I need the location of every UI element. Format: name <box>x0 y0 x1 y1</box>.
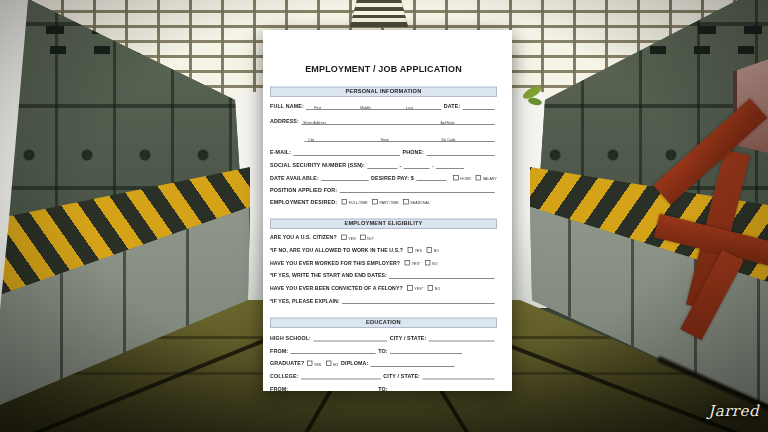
checkbox-worked-no[interactable] <box>425 260 430 265</box>
diploma-input-line[interactable] <box>371 361 455 367</box>
city-state-label: CITY / STATE: <box>390 335 427 341</box>
start-end-dates-label: *IF YES, WRITE THE START AND END DATES: <box>270 273 387 279</box>
ssn-dash: - <box>432 163 434 169</box>
high-school-row: HIGH SCHOOL: CITY / STATE: <box>270 333 497 341</box>
diploma-label: DIPLOMA: <box>341 361 368 367</box>
salary-option-label: SALARY <box>483 177 497 181</box>
checkbox-hs-graduate-yes[interactable] <box>307 361 312 366</box>
graduate-label: GRADUATE? <box>270 361 304 367</box>
allowed-to-work-question-row: *IF NO, ARE YOU ALLOWED TO WORK IN THE U… <box>270 245 497 253</box>
from-label: FROM: <box>270 348 288 354</box>
city-state-zip-row: City State Zip Code <box>302 134 497 142</box>
worked-before-question-label: HAVE YOU EVER WORKED FOR THIS EMPLOYER? <box>270 260 400 266</box>
to-label: TO: <box>378 348 387 354</box>
date-input-line[interactable] <box>463 104 495 110</box>
checkbox-felony-yes[interactable] <box>407 285 412 290</box>
citizen-question-row: ARE YOU A U.S. CITIZEN? YES NO* <box>270 233 497 241</box>
yes-option-label: YES* <box>414 287 423 291</box>
street-address-input-line[interactable]: Street Address Apt/Suite <box>301 119 494 125</box>
college-dates-row: FROM: TO: <box>270 384 497 391</box>
first-sublabel: First <box>314 105 321 109</box>
employment-desired-label: EMPLOYMENT DESIRED: <box>270 199 337 205</box>
state-sublabel: State <box>380 138 388 142</box>
position-input-line[interactable] <box>340 187 495 193</box>
section-header-label: PERSONAL INFORMATION <box>346 88 422 95</box>
from-label: FROM: <box>270 386 288 391</box>
no-option-label: NO <box>432 262 437 266</box>
checkbox-allowed-yes[interactable] <box>408 247 413 252</box>
email-input-line[interactable] <box>293 150 400 156</box>
desired-pay-input-line[interactable] <box>416 175 446 181</box>
checkbox-felony-no[interactable] <box>428 285 433 290</box>
employment-application-document[interactable]: EMPLOYMENT / JOB APPLICATION PERSONAL IN… <box>263 30 512 391</box>
checkbox-part-time[interactable] <box>372 199 377 204</box>
no-option-label: NO* <box>367 236 374 240</box>
college-from-input-line[interactable] <box>290 386 375 391</box>
high-school-label: HIGH SCHOOL: <box>270 335 311 341</box>
date-available-row: DATE AVAILABLE: DESIRED PAY: $ HOUR SALA… <box>270 173 497 181</box>
no-option-label: NO <box>434 249 439 253</box>
explain-label: *IF YES, PLEASE EXPLAIN: <box>270 298 340 304</box>
ceiling-center-beam-lights <box>350 0 408 27</box>
ssn-dash: - <box>400 163 402 169</box>
address-row: ADDRESS: Street Address Apt/Suite <box>270 117 497 125</box>
checkbox-citizen-no[interactable] <box>360 235 365 240</box>
employment-desired-row: EMPLOYMENT DESIRED: FULL-TIME PART-TIME … <box>270 197 497 205</box>
college-row: COLLEGE: CITY / STATE: <box>270 371 497 379</box>
high-school-to-input-line[interactable] <box>390 348 462 354</box>
yes-option-label: YES <box>314 362 321 366</box>
college-city-state-input-line[interactable] <box>422 374 494 380</box>
city-state-zip-input-line[interactable]: City State Zip Code <box>304 136 494 142</box>
college-label: COLLEGE: <box>270 373 299 379</box>
checkbox-seasonal[interactable] <box>403 199 408 204</box>
email-phone-row: E-MAIL: PHONE: <box>270 148 497 156</box>
high-school-from-input-line[interactable] <box>290 348 375 354</box>
checkbox-worked-yes[interactable] <box>405 260 410 265</box>
college-to-input-line[interactable] <box>390 386 462 391</box>
felony-question-label: HAVE YOU EVER BEEN CONVICTED OF A FELONY… <box>270 285 403 291</box>
yes-option-label: YES* <box>412 262 421 266</box>
explain-input-line[interactable] <box>342 298 495 304</box>
ssn-part1-input-line[interactable] <box>367 163 397 169</box>
date-available-input-line[interactable] <box>321 175 368 181</box>
college-input-line[interactable] <box>301 374 381 380</box>
start-end-dates-row: *IF YES, WRITE THE START AND END DATES: <box>270 271 497 279</box>
date-label: DATE: <box>444 104 461 110</box>
city-sublabel: City <box>308 138 314 142</box>
checkbox-salary[interactable] <box>476 175 481 180</box>
citizen-question-label: ARE YOU A U.S. CITIZEN? <box>270 235 337 241</box>
address-sublabel-spacer <box>270 125 497 130</box>
position-row: POSITION APPLIED FOR: <box>270 185 497 193</box>
section-header-label: EMPLOYMENT ELIGIBILITY <box>345 220 423 227</box>
checkbox-full-time[interactable] <box>342 199 347 204</box>
full-name-row: FULL NAME: First Middle Last DATE: <box>270 102 497 110</box>
high-school-graduate-row: GRADUATE? YES NO DIPLOMA: <box>270 359 497 367</box>
high-school-input-line[interactable] <box>313 336 387 342</box>
full-name-label: FULL NAME: <box>270 104 304 110</box>
yes-option-label: YES <box>415 249 422 253</box>
ssn-label: SOCIAL SECURITY NUMBER (SSN): <box>270 163 365 169</box>
checkbox-citizen-yes[interactable] <box>341 235 346 240</box>
start-end-dates-input-line[interactable] <box>389 273 495 279</box>
ssn-row: SOCIAL SECURITY NUMBER (SSN): - - <box>270 161 497 169</box>
ssn-part3-input-line[interactable] <box>436 163 464 169</box>
full-name-input-line[interactable]: First Middle Last <box>306 104 441 110</box>
ssn-part2-input-line[interactable] <box>404 163 430 169</box>
address-label: ADDRESS: <box>270 119 299 125</box>
phone-input-line[interactable] <box>426 150 494 156</box>
date-available-label: DATE AVAILABLE: <box>270 175 319 181</box>
checkbox-allowed-no[interactable] <box>427 247 432 252</box>
explain-row: *IF YES, PLEASE EXPLAIN: <box>270 296 497 304</box>
no-option-label: NO <box>435 287 440 291</box>
zip-sublabel: Zip Code <box>441 138 455 142</box>
section-header-personal-information: PERSONAL INFORMATION <box>270 87 497 97</box>
game-corridor-scene: EMPLOYMENT / JOB APPLICATION PERSONAL IN… <box>0 0 768 432</box>
checkbox-hs-graduate-no[interactable] <box>326 361 331 366</box>
section-header-label: EDUCATION <box>366 319 401 326</box>
full-time-option-label: FULL-TIME <box>349 201 368 205</box>
high-school-city-state-input-line[interactable] <box>429 336 495 342</box>
checkbox-hour[interactable] <box>453 175 458 180</box>
document-title: EMPLOYMENT / JOB APPLICATION <box>270 64 497 75</box>
last-sublabel: Last <box>406 105 413 109</box>
hour-option-label: HOUR <box>460 177 471 181</box>
